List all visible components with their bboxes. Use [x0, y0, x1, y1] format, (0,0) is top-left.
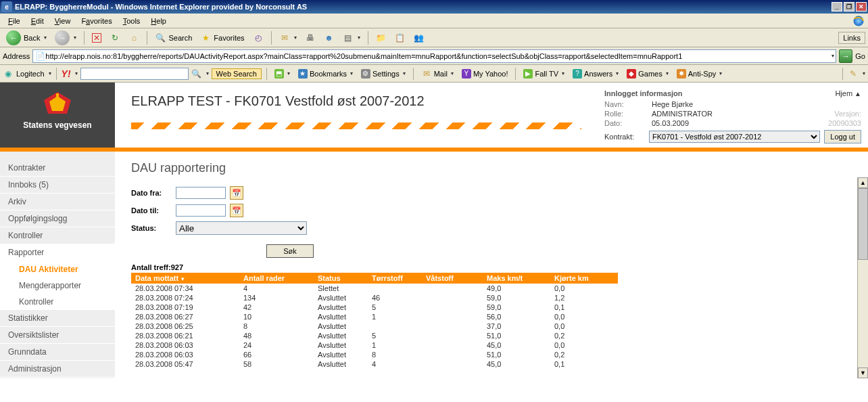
pencil-icon[interactable]: ✎	[848, 68, 859, 79]
role-label: Rolle:	[604, 110, 652, 118]
nav-kontroller[interactable]: Kontroller	[0, 227, 115, 244]
web-search-button[interactable]: Web Search	[212, 68, 262, 79]
nav-oppfolgingslogg[interactable]: Oppfølgingslogg	[0, 210, 115, 227]
search-submit-button[interactable]: Søk	[266, 244, 314, 258]
menu-edit[interactable]: Edit	[26, 16, 49, 26]
calendar-fra-button[interactable]: 📅	[230, 186, 243, 200]
chevron-down-icon[interactable]: ▾	[206, 70, 209, 76]
stop-button[interactable]: ✕	[89, 31, 105, 45]
nav-innboks[interactable]: Innboks (5)	[0, 177, 115, 194]
chevron-down-icon[interactable]: ▾	[49, 70, 51, 76]
nav-rapporter[interactable]: Rapporter	[0, 244, 115, 261]
chevron-down-icon[interactable]: ▾	[74, 35, 76, 41]
status-select[interactable]: Alle	[176, 221, 307, 235]
cell-rader: 8	[239, 321, 314, 331]
table-row[interactable]: 28.03.2008 07:1942Avsluttet559,00,1	[131, 303, 618, 312]
popup-blocker-button[interactable]: ⬒▾	[272, 68, 293, 79]
address-input[interactable]	[45, 52, 830, 60]
nav-grunndata[interactable]: Grunndata	[0, 344, 115, 361]
chevron-down-icon[interactable]: ▾	[831, 53, 834, 59]
messenger-button[interactable]: ☻	[320, 30, 338, 45]
table-row[interactable]: 28.03.2008 07:24134Avsluttet4659,01,2	[131, 293, 618, 303]
table-row[interactable]: 28.03.2008 06:2710Avsluttet156,00,0	[131, 312, 618, 321]
games-button[interactable]: ◆Games▾	[624, 68, 671, 79]
col-torrstoff[interactable]: Tørrstoff	[368, 273, 422, 284]
logout-button[interactable]: Logg ut	[824, 130, 861, 143]
col-maks[interactable]: Maks km/t	[483, 273, 550, 284]
mailpop-button[interactable]: ✉▾	[276, 30, 300, 45]
logitech-label[interactable]: Logitech	[16, 70, 45, 78]
links-panel[interactable]: Links	[838, 32, 865, 44]
table-row[interactable]: 28.03.2008 06:0366Avsluttet851,00,2	[131, 350, 618, 359]
minimize-button[interactable]: _	[831, 2, 842, 12]
col-vatstoff[interactable]: Våtstoff	[422, 273, 483, 284]
nav-mengderapporter[interactable]: Mengderapporter	[0, 277, 115, 294]
yahoo-logo-icon[interactable]: Y!	[62, 68, 71, 79]
nav-oversiktslister[interactable]: Oversiktslister	[0, 327, 115, 344]
falltv-button[interactable]: ▶Fall TV▾	[521, 68, 567, 79]
back-button[interactable]: ←Back▾	[3, 28, 50, 47]
yahoo-search-input[interactable]	[80, 68, 189, 80]
cell-status: Avsluttet	[314, 293, 368, 303]
vertical-scrollbar[interactable]: ▲ ▼	[857, 177, 868, 378]
nav-kontroller-sub[interactable]: Kontroller	[0, 294, 115, 310]
chevron-down-icon[interactable]: ▾	[44, 35, 47, 41]
refresh-button[interactable]: ↻	[106, 30, 124, 45]
antispy-button[interactable]: ✸Anti-Spy▾	[674, 68, 725, 79]
print-button[interactable]: 🖶	[302, 30, 319, 45]
nav-dau-aktiviteter[interactable]: DAU Aktiviteter	[0, 261, 115, 277]
home-button[interactable]: ⌂	[125, 30, 143, 45]
nav-administrasjon[interactable]: Administrasjon	[0, 361, 115, 378]
nav-kontrakter[interactable]: Kontrakter	[0, 160, 115, 177]
nav-arkiv[interactable]: Arkiv	[0, 194, 115, 210]
answers-button[interactable]: ?Answers▾	[570, 68, 621, 79]
home-link[interactable]: Hjem▲	[835, 89, 861, 97]
scroll-thumb[interactable]	[858, 188, 868, 260]
forward-button[interactable]: →▾	[51, 28, 80, 47]
edit-button[interactable]: ▤▾	[339, 30, 364, 45]
table-row[interactable]: 28.03.2008 05:4758Avsluttet445,00,1	[131, 359, 618, 369]
table-row[interactable]: 28.03.2008 06:2148Avsluttet551,00,2	[131, 331, 618, 340]
cell-mottatt: 28.03.2008 06:25	[131, 321, 239, 331]
menu-help[interactable]: Help	[145, 16, 172, 26]
nav-statistikker[interactable]: Statistikker	[0, 310, 115, 327]
dato-fra-input[interactable]	[176, 187, 226, 199]
folder-button[interactable]: 📁	[372, 30, 390, 45]
col-kjorte[interactable]: Kjørte km	[550, 273, 618, 284]
mail-button[interactable]: ✉Mail▾	[418, 68, 456, 80]
table-row[interactable]: 28.03.2008 06:0324Avsluttet145,00,0	[131, 340, 618, 350]
menu-file[interactable]: File	[3, 16, 26, 26]
settings-button[interactable]: ⚙Settings▾	[358, 68, 408, 79]
col-rader[interactable]: Antall rader	[239, 273, 314, 284]
menu-view[interactable]: View	[49, 16, 76, 26]
favorites-button[interactable]: ★Favorites	[197, 30, 247, 45]
calendar-til-button[interactable]: 📅	[230, 204, 243, 217]
close-button[interactable]: ✕	[856, 2, 867, 12]
table-row[interactable]: 28.03.2008 06:258Avsluttet37,00,0	[131, 321, 618, 331]
chevron-down-icon[interactable]: ▾	[75, 70, 78, 76]
maximize-button[interactable]: ❐	[844, 2, 854, 12]
search-button[interactable]: 🔍Search	[151, 30, 195, 45]
kontrakt-select[interactable]: FK0701 - Vestfold øst 2007-2012	[649, 131, 820, 143]
chevron-down-icon[interactable]: ▾	[294, 35, 297, 41]
scroll-up-button[interactable]: ▲	[858, 177, 868, 188]
scroll-down-button[interactable]: ▼	[858, 367, 868, 378]
chevron-down-icon[interactable]: ▾	[863, 70, 865, 76]
go-button[interactable]: →	[839, 49, 852, 63]
cell-rader: 10	[239, 312, 314, 321]
table-row[interactable]: 28.03.2008 07:344Slettet49,00,0	[131, 284, 618, 293]
refresh-icon: ↻	[110, 32, 120, 43]
history-button[interactable]: ◴	[249, 30, 267, 45]
research-button[interactable]: 📋	[391, 30, 409, 45]
myyahoo-button[interactable]: YMy Yahoo!	[459, 68, 511, 79]
bookmarks-button[interactable]: ★Bookmarks▾	[295, 68, 356, 79]
people-button[interactable]: 👥	[410, 30, 428, 45]
search-icon[interactable]: 🔍	[191, 68, 202, 79]
menu-tools[interactable]: Tools	[118, 16, 146, 26]
back-label: Back	[24, 34, 40, 42]
dato-til-input[interactable]	[176, 204, 226, 217]
chevron-down-icon[interactable]: ▾	[358, 35, 360, 41]
menu-favorites[interactable]: Favorites	[76, 16, 117, 26]
col-mottatt[interactable]: Data mottatt	[131, 273, 239, 284]
col-status[interactable]: Status	[314, 273, 368, 284]
